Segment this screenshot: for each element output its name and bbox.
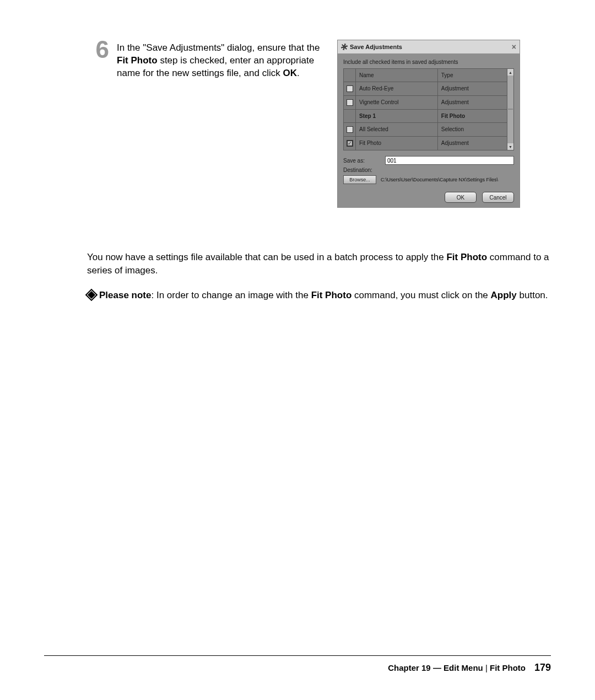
row-name: Vignette Control: [356, 96, 438, 109]
save-as-input[interactable]: [385, 156, 514, 165]
table-row[interactable]: ✓ Fit Photo Adjustment: [344, 137, 507, 150]
checkbox[interactable]: [347, 99, 353, 106]
note-icon: [85, 289, 98, 301]
row-name: Auto Red-Eye: [356, 82, 438, 95]
header-type: Type: [438, 69, 507, 82]
row-type: Adjustment: [438, 82, 507, 95]
row-name: Step 1: [356, 110, 438, 122]
t: button.: [517, 290, 548, 300]
dialog-titlebar: Save Adjustments ×: [338, 40, 520, 53]
scroll-up-icon[interactable]: ▲: [507, 69, 513, 76]
cancel-button[interactable]: Cancel: [482, 192, 514, 203]
t: Fit Photo: [311, 290, 352, 300]
adjustments-table: Name Type Auto Red-Eye Adjustment Vignet…: [343, 68, 514, 150]
table-header: Name Type: [344, 69, 507, 82]
t: Chapter 19 — Edit Menu: [388, 663, 483, 672]
footer-rule: [44, 655, 551, 656]
note-text: Please note: In order to change an image…: [99, 289, 548, 302]
t: OK: [283, 68, 297, 78]
note-block: Please note: In order to change an image…: [87, 289, 551, 302]
gear-icon: [341, 44, 348, 50]
checkbox[interactable]: [347, 85, 353, 92]
body-paragraph: You now have a settings file available t…: [87, 251, 551, 277]
t: Fit Photo: [117, 55, 158, 66]
checkbox[interactable]: [347, 126, 353, 133]
row-type: Fit Photo: [438, 110, 507, 122]
row-type: Selection: [438, 123, 507, 136]
footer-divider: |: [485, 663, 490, 672]
row-name: Fit Photo: [356, 137, 438, 150]
t: Fit Photo: [490, 663, 526, 672]
header-name: Name: [356, 69, 438, 82]
footer-chapter: Chapter 19 — Edit Menu | Fit Photo: [388, 663, 526, 672]
t: : In order to change an image with the: [152, 290, 311, 300]
destination-browse-row: Browse... C:\Users\User\Documents\Captur…: [343, 175, 514, 184]
t: .: [297, 68, 300, 78]
t: Apply: [491, 290, 517, 300]
scroll-down-icon[interactable]: ▼: [507, 143, 513, 150]
scrollbar[interactable]: ▲ ▼: [507, 69, 513, 150]
destination-label: Destination:: [343, 167, 381, 173]
header-chk: [344, 69, 356, 82]
table-row[interactable]: All Selected Selection: [344, 123, 507, 137]
destination-row: Destination:: [343, 167, 514, 173]
close-icon[interactable]: ×: [512, 42, 516, 51]
save-as-label: Save as:: [343, 158, 381, 164]
row-name: All Selected: [356, 123, 438, 136]
table-row[interactable]: Auto Red-Eye Adjustment: [344, 82, 507, 96]
t: command, you must click on the: [351, 290, 490, 300]
ok-button[interactable]: OK: [445, 192, 477, 203]
checkbox[interactable]: ✓: [347, 140, 353, 147]
save-as-row: Save as:: [343, 156, 514, 165]
row-type: Adjustment: [438, 96, 507, 109]
destination-path: C:\Users\User\Documents\Capture NX\Setti…: [381, 177, 498, 182]
table-row[interactable]: Step 1 Fit Photo: [344, 110, 507, 123]
t: Fit Photo: [446, 252, 487, 262]
save-adjustments-dialog: Save Adjustments × Include all checked i…: [337, 40, 520, 208]
dialog-body: Include all checked items in saved adjus…: [338, 53, 520, 207]
document-page: 6 In the "Save Adjustments" dialog, ensu…: [0, 0, 595, 700]
dialog-instruction: Include all checked items in saved adjus…: [343, 59, 514, 65]
dialog-buttons: OK Cancel: [343, 192, 514, 203]
page-number: 179: [534, 662, 551, 674]
table-row[interactable]: Vignette Control Adjustment: [344, 96, 507, 110]
t: Please note: [99, 290, 152, 300]
t: You now have a settings file available t…: [87, 252, 446, 262]
scroll-thumb[interactable]: [508, 109, 513, 110]
page-footer: Chapter 19 — Edit Menu | Fit Photo 179: [388, 662, 551, 674]
step-text: In the "Save Adjustments" dialog, ensure…: [117, 40, 326, 80]
row-type: Adjustment: [438, 137, 507, 150]
dialog-title-text: Save Adjustments: [350, 44, 402, 50]
step-number: 6: [87, 37, 109, 62]
browse-button[interactable]: Browse...: [343, 175, 376, 184]
t: In the "Save Adjustments" dialog, ensure…: [117, 42, 320, 53]
